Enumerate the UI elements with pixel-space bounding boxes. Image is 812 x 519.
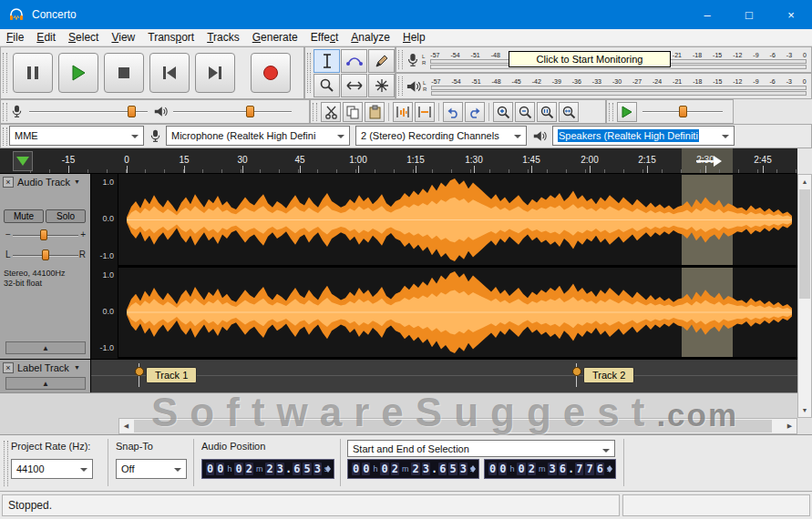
scrollbar-thumb[interactable] bbox=[799, 189, 810, 299]
selection-tool-button[interactable] bbox=[313, 49, 340, 73]
selection-start-display[interactable]: 00h02m23.653s bbox=[347, 459, 479, 479]
menu-item-help[interactable]: Help bbox=[396, 31, 432, 44]
horizontal-scrollbar[interactable]: ◀ ▶ bbox=[118, 418, 797, 434]
minimize-button[interactable]: – bbox=[686, 0, 728, 29]
draw-tool-button[interactable] bbox=[368, 49, 395, 73]
timeline-ruler[interactable]: -1501530451:001:151:301:452:002:152:302:… bbox=[0, 148, 797, 174]
playback-volume-slider[interactable] bbox=[173, 104, 292, 120]
multi-tool-button[interactable] bbox=[368, 74, 395, 97]
toolbar-grip[interactable] bbox=[4, 441, 8, 486]
label-track-panel[interactable]: × Label Track ▼ ▲ bbox=[0, 359, 91, 392]
toolbar-grip[interactable] bbox=[3, 53, 7, 94]
slider-thumb[interactable] bbox=[42, 249, 49, 260]
toolbar-grip[interactable] bbox=[3, 103, 7, 121]
zoom-fit-button[interactable] bbox=[559, 102, 579, 122]
menu-item-edit[interactable]: Edit bbox=[30, 31, 62, 44]
skip-to-end-button[interactable] bbox=[195, 53, 235, 93]
toolbar-grip[interactable] bbox=[398, 50, 403, 70]
close-button[interactable]: × bbox=[770, 0, 812, 29]
play-button[interactable] bbox=[58, 53, 98, 93]
selection-mode-select[interactable]: Start and End of Selection bbox=[347, 440, 615, 457]
timeshift-tool-button[interactable] bbox=[341, 74, 367, 97]
project-rate-select[interactable]: 44100 bbox=[11, 459, 93, 479]
menu-item-analyze[interactable]: Analyze bbox=[344, 31, 396, 44]
time-display-spinner[interactable] bbox=[605, 463, 613, 475]
label-text[interactable]: Track 1 bbox=[146, 367, 197, 383]
vertical-scrollbar[interactable]: ▲ ▼ bbox=[797, 174, 812, 418]
recording-channels-select[interactable]: 2 (Stereo) Recording Channels bbox=[355, 126, 527, 146]
envelope-tool-button[interactable] bbox=[341, 49, 367, 73]
zoom-selection-button[interactable] bbox=[537, 102, 557, 122]
host-select[interactable]: MME bbox=[9, 126, 144, 146]
toolbar-grip[interactable] bbox=[398, 76, 403, 97]
selection-end-display[interactable]: 00h02m36.776s bbox=[484, 459, 616, 479]
track-collapse-button[interactable]: ▲ bbox=[5, 341, 86, 354]
stop-button[interactable] bbox=[104, 53, 144, 93]
menu-item-transport[interactable]: Transport bbox=[141, 31, 200, 44]
playback-device-select[interactable]: Speakers (Realtek High Definiti bbox=[552, 126, 735, 146]
skip-to-start-button[interactable] bbox=[149, 53, 190, 93]
monitoring-tooltip[interactable]: Click to Start Monitoring bbox=[509, 51, 671, 67]
play-at-speed-button[interactable] bbox=[617, 102, 637, 122]
menu-item-select[interactable]: Select bbox=[62, 31, 105, 44]
track-collapse-button[interactable]: ▲ bbox=[5, 377, 86, 390]
track-menu-caret-icon[interactable]: ▼ bbox=[74, 178, 80, 185]
slider-thumb[interactable] bbox=[246, 106, 254, 117]
label-flag-icon[interactable] bbox=[576, 363, 577, 387]
mute-button[interactable]: Mute bbox=[4, 209, 44, 223]
zoom-tool-button[interactable] bbox=[313, 74, 340, 97]
undo-button[interactable] bbox=[443, 102, 463, 122]
track-close-button[interactable]: × bbox=[3, 177, 14, 188]
silence-audio-button[interactable] bbox=[415, 102, 435, 122]
track-close-button[interactable]: × bbox=[3, 362, 14, 373]
scroll-right-arrow[interactable]: ▶ bbox=[783, 419, 797, 433]
zoom-out-button[interactable] bbox=[515, 102, 535, 122]
pan-slider[interactable]: L R bbox=[2, 249, 89, 262]
redo-button[interactable] bbox=[465, 102, 485, 122]
menu-item-file[interactable]: File bbox=[0, 31, 30, 44]
recording-device-select[interactable]: Microphone (Realtek High Defini bbox=[166, 126, 350, 146]
menu-item-view[interactable]: View bbox=[105, 31, 141, 44]
cut-button[interactable] bbox=[321, 102, 341, 122]
pinned-playhead-button[interactable] bbox=[13, 151, 33, 171]
time-display-spinner[interactable] bbox=[324, 463, 332, 475]
vertical-ruler[interactable]: 1.0 0.0 -1.0 1.0 0.0 -1.0 bbox=[91, 174, 118, 359]
toolbar-grip[interactable] bbox=[3, 127, 7, 146]
playback-meter-toolbar[interactable]: L R -57-54-51-48-45-42-39-36-33-30-27-24… bbox=[396, 73, 812, 99]
gain-slider[interactable]: − + bbox=[2, 229, 89, 242]
track-title[interactable]: Audio Track bbox=[17, 177, 70, 188]
toolbar-grip[interactable] bbox=[307, 53, 311, 94]
label-text[interactable]: Track 2 bbox=[583, 367, 634, 383]
menu-item-effect[interactable]: Effect bbox=[304, 31, 344, 44]
trim-audio-button[interactable] bbox=[393, 102, 413, 122]
copy-button[interactable] bbox=[343, 102, 363, 122]
time-display-spinner[interactable] bbox=[468, 463, 477, 475]
solo-button[interactable]: Solo bbox=[46, 209, 86, 223]
scrollbar-thumb[interactable] bbox=[134, 420, 772, 432]
menu-item-tracks[interactable]: Tracks bbox=[200, 31, 246, 44]
label-track-canvas[interactable]: Track 1Track 2 bbox=[91, 359, 797, 392]
playback-speed-slider[interactable] bbox=[642, 104, 723, 120]
waveform-canvas[interactable] bbox=[118, 174, 797, 359]
slider-thumb[interactable] bbox=[128, 106, 136, 117]
audio-track-panel[interactable]: × Audio Track ▼ Mute Solo − + L R Stereo… bbox=[0, 174, 91, 359]
paste-button[interactable] bbox=[365, 102, 385, 122]
scroll-up-arrow[interactable]: ▲ bbox=[798, 175, 811, 188]
scroll-down-arrow[interactable]: ▼ bbox=[798, 403, 811, 417]
playback-meter[interactable]: -57-54-51-48-45-42-39-36-33-30-27-24-21-… bbox=[428, 74, 811, 98]
pause-button[interactable] bbox=[13, 53, 53, 93]
recording-volume-slider[interactable] bbox=[29, 104, 148, 120]
menu-item-generate[interactable]: Generate bbox=[246, 31, 304, 44]
record-button[interactable] bbox=[251, 53, 291, 93]
track-menu-caret-icon[interactable]: ▼ bbox=[74, 364, 80, 371]
label-flag-icon[interactable] bbox=[139, 363, 139, 387]
track-title[interactable]: Label Track bbox=[17, 362, 69, 373]
slider-thumb[interactable] bbox=[679, 106, 687, 117]
audio-position-display[interactable]: 00h02m23.653s bbox=[201, 459, 334, 479]
snap-to-select[interactable]: Off bbox=[116, 459, 187, 479]
toolbar-grip[interactable] bbox=[609, 103, 613, 121]
maximize-button[interactable]: □ bbox=[728, 0, 770, 29]
toolbar-grip[interactable] bbox=[313, 103, 317, 121]
zoom-in-button[interactable] bbox=[493, 102, 513, 122]
slider-thumb[interactable] bbox=[40, 229, 47, 240]
